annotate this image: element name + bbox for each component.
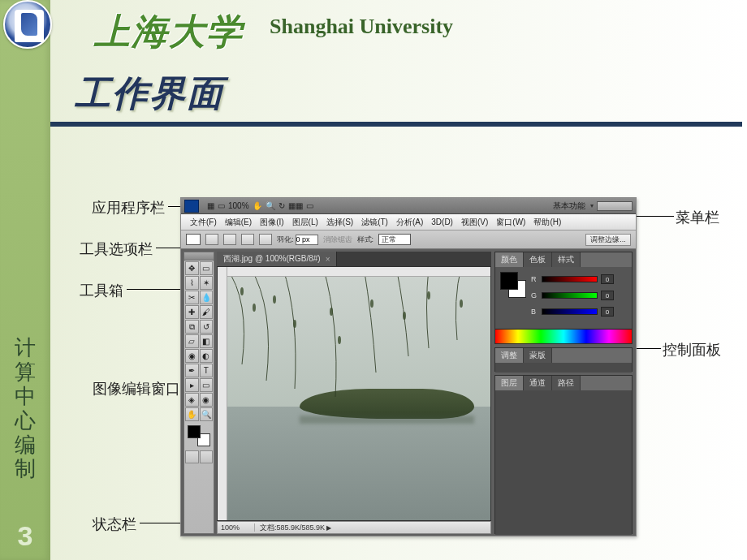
screen-mode-icon[interactable]: ▭ <box>306 201 313 210</box>
g-value[interactable]: 0 <box>601 291 614 300</box>
zoom-tool-icon-tb[interactable]: 🔍 <box>200 407 214 421</box>
options-bar[interactable]: 羽化: 消除锯齿 样式: 正常 调整边缘... <box>181 230 636 249</box>
fg-color-swatch[interactable] <box>188 425 201 438</box>
tab-masks[interactable]: 蒙版 <box>524 348 552 363</box>
menu-3d[interactable]: 3D(D) <box>427 218 457 226</box>
layers-panel[interactable]: 图层 通道 路径 <box>494 375 633 534</box>
adjustments-panel[interactable]: 调整 蒙版 <box>494 347 633 372</box>
standard-mode-icon[interactable] <box>185 450 199 463</box>
arrange-docs-icon[interactable]: ▦▦ <box>288 201 303 210</box>
ruler-horizontal[interactable] <box>218 267 490 277</box>
university-name-cn: 上海大学 <box>94 8 244 56</box>
shape-tool-icon[interactable]: ▭ <box>200 378 214 392</box>
eyedropper-tool-icon[interactable]: 💧 <box>200 291 214 304</box>
crop-tool-icon[interactable]: ✂ <box>185 291 199 304</box>
history-brush-tool-icon[interactable]: ↺ <box>200 320 214 334</box>
feather-label: 羽化: <box>277 235 294 245</box>
workspace-chevron-icon[interactable]: ▾ <box>590 202 594 209</box>
rotate-view-icon[interactable]: ↻ <box>279 201 285 210</box>
gradient-tool-icon[interactable]: ◧ <box>200 334 214 348</box>
blur-tool-icon[interactable]: ◉ <box>185 349 199 363</box>
menu-analysis[interactable]: 分析(A) <box>392 217 427 228</box>
pen-tool-icon[interactable]: ✒ <box>185 364 199 377</box>
dodge-tool-icon[interactable]: ◐ <box>200 349 214 363</box>
toolbox-grip[interactable] <box>184 252 214 261</box>
tab-styles[interactable]: 样式 <box>552 252 581 267</box>
hand-tool-icon[interactable]: ✋ <box>253 201 262 210</box>
menu-file[interactable]: 文件(F) <box>186 217 221 228</box>
tab-adjustments[interactable]: 调整 <box>495 348 524 363</box>
label-options-bar: 工具选项栏 <box>80 239 153 259</box>
tool-preset-icon[interactable] <box>186 234 201 245</box>
color-panel[interactable]: 颜色 色板 样式 R 0 G 0 B <box>494 252 633 344</box>
status-bar[interactable]: 100% 文档:585.9K/585.9K ▶ <box>217 521 491 534</box>
g-slider[interactable]: G 0 <box>531 290 614 301</box>
workspace-switcher[interactable]: 基本功能 <box>553 200 585 212</box>
b-value[interactable]: 0 <box>601 307 614 317</box>
fg-bg-swatch[interactable] <box>186 424 212 448</box>
subtract-selection-icon[interactable] <box>241 234 254 245</box>
panel-fg-swatch[interactable] <box>500 272 518 290</box>
r-slider[interactable]: R 0 <box>531 274 614 285</box>
window-controls[interactable] <box>597 201 633 211</box>
bridge-icon[interactable]: ▦ <box>207 201 214 210</box>
feather-input[interactable] <box>296 235 318 245</box>
tab-paths[interactable]: 路径 <box>552 376 581 390</box>
document-tab-bar[interactable]: 西湖.jpg @ 100%(RGB/8#) × <box>217 252 491 266</box>
menu-window[interactable]: 窗口(W) <box>492 217 529 228</box>
menu-bar[interactable]: 文件(F) 编辑(E) 图像(I) 图层(L) 选择(S) 滤镜(T) 分析(A… <box>181 214 636 230</box>
refine-edge-button[interactable]: 调整边缘... <box>585 234 631 246</box>
stamp-tool-icon[interactable]: ⧉ <box>185 320 199 334</box>
tab-swatches[interactable]: 色板 <box>524 252 552 267</box>
svg-point-8 <box>427 291 430 299</box>
add-selection-icon[interactable] <box>223 234 236 245</box>
marquee-tool-icon[interactable]: ▭ <box>200 261 214 275</box>
b-label: B <box>531 308 538 316</box>
image-edit-window[interactable] <box>217 266 491 521</box>
style-label: 样式: <box>357 235 374 245</box>
status-doc-info[interactable]: 文档:585.9K/585.9K <box>255 523 325 533</box>
menu-select[interactable]: 选择(S) <box>322 217 357 228</box>
r-value[interactable]: 0 <box>601 274 614 284</box>
menu-help[interactable]: 帮助(H) <box>529 217 565 228</box>
menu-image[interactable]: 图像(I) <box>256 217 287 228</box>
b-slider[interactable]: B 0 <box>531 306 614 317</box>
menu-layer[interactable]: 图层(L) <box>288 217 322 228</box>
menu-view[interactable]: 视图(V) <box>457 217 492 228</box>
intersect-selection-icon[interactable] <box>259 234 272 245</box>
3d-tool-icon[interactable]: ◈ <box>185 393 199 407</box>
type-tool-icon[interactable]: T <box>200 364 214 377</box>
zoom-tool-icon[interactable]: 🔍 <box>266 201 275 210</box>
toolbox[interactable]: ✥ ▭ ⌇ ✶ ✂ 💧 ✚ 🖌 ⧉ ↺ ▱ ◧ ◉ ◐ ✒ T ▸ ▭ ◈ ◉ <box>184 252 214 534</box>
color-spectrum[interactable] <box>495 329 632 343</box>
tab-channels[interactable]: 通道 <box>524 376 552 390</box>
hand-tool-icon-tb[interactable]: ✋ <box>185 407 199 421</box>
new-selection-icon[interactable] <box>205 234 218 245</box>
move-tool-icon[interactable]: ✥ <box>185 261 199 275</box>
status-menu-icon[interactable]: ▶ <box>326 524 331 532</box>
menu-edit[interactable]: 编辑(E) <box>221 217 256 228</box>
lasso-tool-icon[interactable]: ⌇ <box>185 276 199 290</box>
zoom-level[interactable]: 100% <box>228 201 249 210</box>
3d-camera-tool-icon[interactable]: ◉ <box>200 393 214 407</box>
ruler-vertical[interactable] <box>218 267 227 520</box>
view-extras-icon[interactable]: ▭ <box>218 201 225 210</box>
quickmask-mode-icon[interactable] <box>200 450 214 463</box>
brush-tool-icon[interactable]: 🖌 <box>200 305 214 319</box>
b-track[interactable] <box>542 308 598 315</box>
tab-layers[interactable]: 图层 <box>495 376 524 390</box>
close-tab-icon[interactable]: × <box>326 255 330 264</box>
tab-color[interactable]: 颜色 <box>495 252 524 267</box>
style-dropdown[interactable]: 正常 <box>378 234 411 245</box>
g-track[interactable] <box>542 292 598 299</box>
r-track[interactable] <box>542 276 598 282</box>
eraser-tool-icon[interactable]: ▱ <box>185 334 199 348</box>
heal-tool-icon[interactable]: ✚ <box>185 305 199 319</box>
application-bar[interactable]: ▦ ▭ 100% ✋ 🔍 ↻ ▦▦ ▭ 基本功能 ▾ <box>181 198 636 214</box>
quick-select-tool-icon[interactable]: ✶ <box>200 276 214 290</box>
menu-filter[interactable]: 滤镜(T) <box>357 217 392 228</box>
document-tab[interactable]: 西湖.jpg @ 100%(RGB/8#) × <box>217 252 337 266</box>
leader-app-bar <box>168 206 180 207</box>
path-select-tool-icon[interactable]: ▸ <box>185 378 199 392</box>
status-zoom[interactable]: 100% <box>218 523 255 532</box>
